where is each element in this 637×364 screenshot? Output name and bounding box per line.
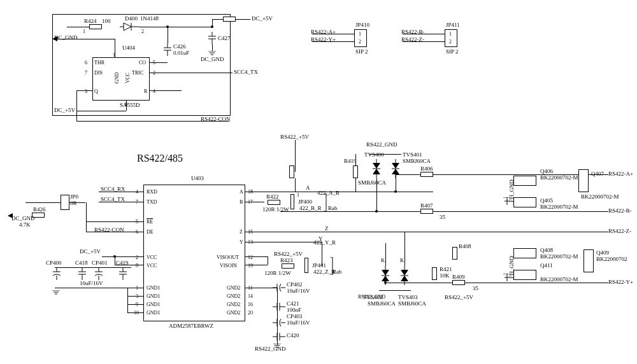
cp402-ref: CP402: [287, 281, 303, 288]
cp403-symbol: [273, 318, 285, 327]
q409-ref: Q409: [596, 249, 609, 256]
wire-r419-down: [355, 178, 356, 192]
u403-txd: TXD: [147, 199, 157, 205]
wire-gnd1-join: [127, 288, 128, 313]
svg-marker-61: [382, 270, 389, 276]
c418-ref: C418: [75, 260, 88, 266]
r408-body: [452, 247, 457, 260]
r423-ref: R423: [280, 257, 293, 263]
q408-val: BK22000702-M: [540, 253, 578, 260]
u403-p16: 16: [248, 302, 253, 307]
wire-r406-down: [396, 174, 396, 192]
wire-gnd1-c: [127, 312, 143, 313]
q411-body: [513, 270, 536, 280]
c421-symbol: [273, 302, 285, 311]
svg-marker-56: [392, 163, 399, 169]
r407-val: 35: [440, 214, 445, 220]
jp411-ref: JP411: [446, 22, 460, 28]
r422-ref: R422: [266, 193, 279, 200]
tvs400-val: SMBJ60CA: [358, 179, 386, 186]
jp411-sig2: RS422-Z-: [401, 36, 424, 43]
dot4: [375, 210, 378, 213]
svg-marker-62: [382, 276, 389, 281]
r424-val: 100: [102, 18, 111, 24]
wire-y: [245, 242, 322, 242]
dc5v-vcc: DC_+5V: [80, 248, 101, 255]
u404-pin-tric: TRIC: [132, 70, 143, 76]
tvs400-ref: TVS400: [364, 151, 384, 158]
wire-r406: [396, 174, 421, 175]
rs422-5v-viso: RS422_+5V: [274, 251, 303, 257]
svg-marker-66: [401, 270, 408, 276]
dot6: [384, 281, 387, 284]
r421-val: 10K: [440, 272, 450, 279]
r409-ref: R409: [452, 274, 465, 280]
rs422-5v-bot: RS422_+5V: [445, 294, 473, 300]
u403-part: ADM2587EBRWZ: [169, 323, 213, 329]
u403-a: A: [240, 189, 243, 195]
r408-ref: R408: [459, 243, 471, 249]
u403-p20: 20: [248, 310, 253, 316]
wire-r407-l: [376, 211, 421, 212]
wire-caps-bot: [55, 288, 144, 288]
u404-pin-r: R: [144, 88, 147, 94]
wire-c426-top: [168, 27, 168, 43]
u403-gnd2b: GND2: [227, 293, 240, 299]
u404-p7: 7: [85, 70, 87, 76]
jp410-ref: JP410: [355, 22, 369, 28]
u403-vcc1: VCC: [147, 255, 157, 260]
wire-b-cont: [280, 211, 608, 212]
q407-val: BK22000702-M: [581, 193, 619, 200]
jp411-val: SIP 2: [446, 48, 458, 55]
u404-pin-co: CO: [139, 60, 146, 66]
u404-pin-thr: THR: [94, 60, 104, 66]
scc4tx2-label: SCC4_TX: [101, 196, 125, 202]
scc4rx-label: SCC4_RX: [101, 186, 125, 192]
c420-ref: C420: [287, 332, 299, 339]
c427-gnd-label: DC_GND: [201, 56, 224, 62]
u403-vcc2: VCC: [147, 263, 157, 269]
u403-gnd1d: GND1: [147, 310, 160, 316]
jp401-bracket: [330, 257, 334, 275]
k2: K: [400, 257, 404, 263]
rs422y-out: RS422-Y+: [608, 279, 633, 285]
d400-val: 1N4148: [140, 15, 159, 22]
wire-rs422con-v: [76, 90, 77, 121]
svg-marker-0: [124, 23, 131, 31]
wire-jp0-in: [25, 202, 61, 203]
fuse-top: [223, 17, 236, 22]
dot3: [113, 255, 116, 258]
q409-val: BK22000702: [596, 256, 627, 262]
wire-a-ext: [369, 192, 433, 192]
c426-symbol: [163, 43, 172, 56]
u404-pin-vcc-rot: VCC: [125, 73, 131, 83]
r426-ref: R426: [33, 206, 46, 213]
wire-jp0-out: [69, 202, 85, 203]
c419-ref: C419: [116, 260, 129, 266]
tvs403-ref: TVS403: [398, 294, 418, 300]
jp400-bracket: [324, 193, 327, 211]
rs422gnd-tvs-bot: RS422_GND: [358, 294, 385, 300]
cp403-ref: CP403: [287, 313, 303, 319]
a422r-label: 422_A_R: [317, 190, 340, 196]
dcgnd-left: DC_GND: [54, 34, 78, 41]
wire-gnd1-b: [127, 304, 143, 305]
u404-pin-gnd-rot: GND: [114, 73, 120, 83]
q406-ref: Q406: [540, 168, 553, 174]
c427-gnd-symbol: [208, 51, 216, 56]
wire-tvs402-d: [385, 243, 386, 266]
dcgnd-caps-symbol: [52, 290, 60, 295]
r424-p1: 1: [83, 29, 85, 34]
r406-ref: R406: [420, 165, 433, 172]
u403-gnd1b: GND1: [147, 293, 160, 299]
rs422-5v-top: RS422_+5V: [280, 134, 309, 140]
wire-u404-tric: [150, 73, 182, 73]
svg-marker-51: [373, 163, 380, 169]
rs422gnd-tvs: RS422_GND: [366, 141, 397, 148]
q408-body: [513, 248, 536, 258]
u403-p19: 19: [248, 263, 253, 269]
q407-body: [578, 169, 589, 192]
tvs402-val: SMBJ60CA: [368, 300, 396, 307]
r407-ref: R407: [420, 202, 433, 209]
wire-gnd1-a: [127, 296, 143, 297]
